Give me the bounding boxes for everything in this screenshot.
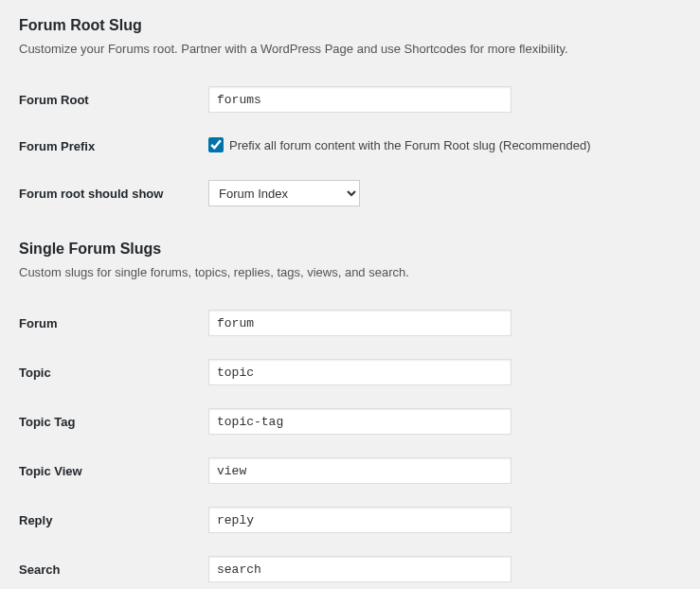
single-forum-slugs-table: Forum Topic Topic Tag Topic View Reply S… [19,298,681,589]
topic-view-slug-label: Topic View [19,446,208,495]
forum-root-slug-heading: Forum Root Slug [19,17,681,34]
forum-root-input[interactable] [208,86,512,113]
topic-slug-input[interactable] [208,359,512,385]
reply-slug-input[interactable] [208,507,512,533]
topic-tag-slug-label: Topic Tag [19,397,208,446]
topic-view-slug-input[interactable] [208,457,512,484]
forum-slug-input[interactable] [208,310,512,336]
forum-root-label: Forum Root [19,75,208,124]
reply-slug-label: Reply [19,495,208,544]
single-forum-slugs-heading: Single Forum Slugs [19,241,681,258]
search-slug-label: Search [19,544,208,589]
search-slug-input[interactable] [208,556,512,582]
topic-tag-slug-input[interactable] [208,408,512,435]
forum-root-slug-table: Forum Root Forum Prefix Prefix all forum… [19,75,681,218]
topic-slug-label: Topic [19,348,208,397]
single-forum-slugs-desc: Custom slugs for single forums, topics, … [19,265,681,279]
forum-prefix-checkbox-text: Prefix all forum content with the Forum … [229,138,591,152]
forum-root-show-select[interactable]: Forum Index [208,180,360,206]
forum-slug-label: Forum [19,298,208,348]
forum-root-slug-desc: Customize your Forums root. Partner with… [19,42,681,56]
forum-root-show-label: Forum root should show [19,169,208,218]
forum-prefix-label: Forum Prefix [19,124,208,169]
forum-prefix-checkbox-label[interactable]: Prefix all forum content with the Forum … [208,137,591,152]
forum-prefix-checkbox[interactable] [208,137,224,152]
